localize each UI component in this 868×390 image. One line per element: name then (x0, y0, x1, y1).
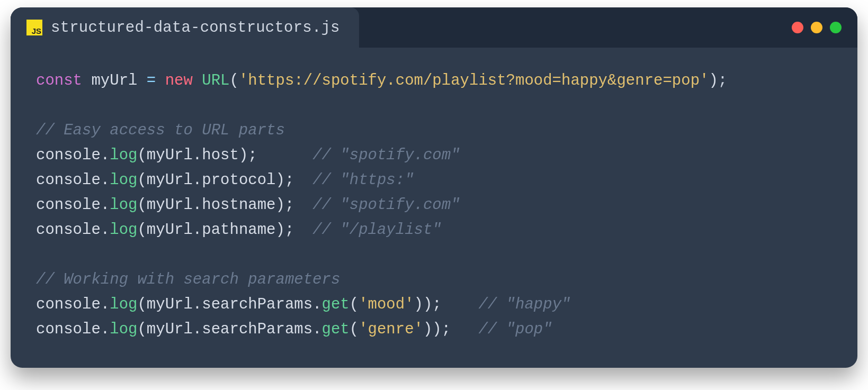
code-text: (myUrl.pathname); (137, 221, 294, 239)
code-text: (myUrl.protocol); (137, 171, 294, 189)
minimize-icon[interactable] (811, 22, 822, 33)
code-window: JS structured-data-constructors.js const… (11, 7, 857, 368)
method-log: log (110, 321, 137, 338)
code-text: )); (423, 321, 451, 338)
method-get: get (322, 296, 350, 313)
code-text: )); (414, 296, 442, 313)
pad (294, 196, 312, 214)
keyword-const: const (36, 72, 82, 89)
pad (257, 147, 312, 164)
comment-inline: // "pop" (478, 321, 552, 338)
code-text: (myUrl.host); (137, 147, 257, 164)
comment-inline: // "/playlist" (312, 221, 442, 239)
string-literal: 'https://spotify.com/playlist?mood=happy… (239, 72, 709, 89)
code-text: console. (36, 296, 110, 313)
js-badge-text: JS (32, 27, 41, 35)
method-log: log (110, 147, 137, 164)
paren: ( (350, 321, 359, 338)
file-tab[interactable]: JS structured-data-constructors.js (11, 7, 359, 48)
maximize-icon[interactable] (830, 22, 842, 33)
comment-line: // Working with search parameters (36, 271, 340, 288)
js-file-icon: JS (26, 20, 42, 35)
pad (294, 171, 312, 189)
comment-inline: // "spotify.com" (312, 147, 460, 164)
code-text: (myUrl.hostname); (137, 196, 294, 214)
method-log: log (110, 296, 137, 313)
method-log: log (110, 221, 137, 239)
paren-open: ( (230, 72, 239, 89)
paren-close: ) (709, 72, 718, 89)
method-log: log (110, 196, 137, 214)
method-log: log (110, 171, 137, 189)
pad (294, 221, 312, 239)
identifier: myUrl (91, 72, 137, 89)
string-literal: 'genre' (359, 321, 423, 338)
tab-filename: structured-data-constructors.js (51, 19, 340, 37)
paren: ( (350, 296, 359, 313)
code-text: console. (36, 147, 110, 164)
close-icon[interactable] (792, 22, 803, 33)
code-text: (myUrl.searchParams. (137, 296, 321, 313)
comment-inline: // "spotify.com" (312, 196, 460, 214)
string-literal: 'mood' (359, 296, 414, 313)
code-text: console. (36, 221, 110, 239)
code-text: console. (36, 171, 110, 189)
comment-line: // Easy access to URL parts (36, 122, 285, 139)
comment-inline: // "https:" (312, 171, 414, 189)
code-text: console. (36, 321, 110, 338)
pad (442, 296, 479, 313)
editor-area[interactable]: const myUrl = new URL('https://spotify.c… (11, 48, 857, 368)
operator-eq: = (147, 72, 156, 89)
code-text: console. (36, 196, 110, 214)
window-controls (792, 22, 842, 33)
comment-inline: // "happy" (478, 296, 570, 313)
keyword-new: new (165, 72, 193, 89)
code-block: const myUrl = new URL('https://spotify.c… (36, 69, 832, 342)
semicolon: ; (718, 72, 727, 89)
titlebar: JS structured-data-constructors.js (11, 7, 857, 48)
type-url: URL (202, 72, 229, 89)
method-get: get (322, 321, 350, 338)
code-text: (myUrl.searchParams. (137, 321, 321, 338)
pad (451, 321, 478, 338)
